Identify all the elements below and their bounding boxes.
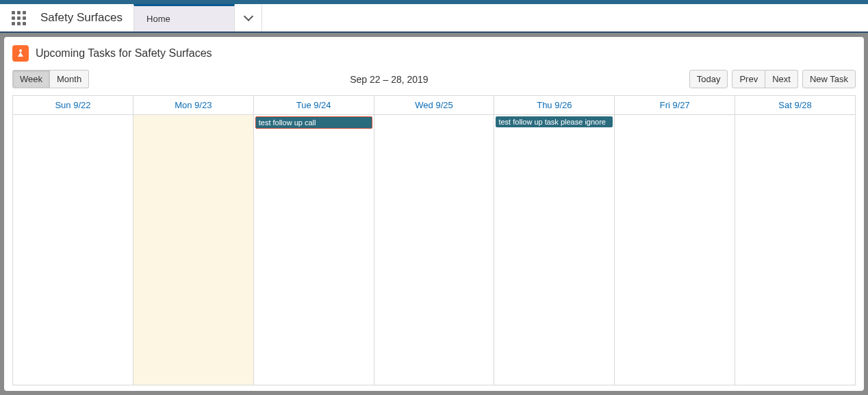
date-range-label: Sep 22 – 28, 2019 — [89, 74, 689, 85]
day-column: Tue 9/24test follow up call — [254, 96, 374, 385]
day-column: Sat 9/28 — [735, 96, 855, 385]
app-launcher[interactable] — [0, 4, 38, 31]
prev-button[interactable]: Prev — [732, 70, 765, 88]
day-body[interactable] — [735, 115, 855, 385]
day-header: Mon 9/23 — [133, 96, 253, 115]
tab-bar: Home — [133, 4, 262, 31]
day-header: Sat 9/28 — [735, 96, 855, 115]
today-button[interactable]: Today — [689, 70, 728, 88]
nav-buttons: Prev Next — [732, 70, 797, 88]
day-body[interactable]: test follow up task please ignore — [494, 115, 614, 385]
day-column: Thu 9/26test follow up task please ignor… — [494, 96, 615, 385]
calendar-event[interactable]: test follow up call — [255, 116, 372, 129]
svg-point-0 — [19, 49, 22, 52]
day-body[interactable] — [13, 115, 133, 385]
tasks-icon — [12, 45, 29, 62]
day-body[interactable]: test follow up call — [254, 115, 374, 385]
card-header: Upcoming Tasks for Safety Surfaces — [12, 45, 856, 62]
day-body[interactable] — [374, 115, 494, 385]
next-button[interactable]: Next — [765, 70, 798, 88]
day-header: Thu 9/26 — [494, 96, 614, 115]
app-launcher-icon — [12, 11, 26, 25]
day-header: Wed 9/25 — [374, 96, 494, 115]
calendar-grid: Sun 9/22Mon 9/23Tue 9/24test follow up c… — [12, 95, 856, 385]
chevron-down-icon — [243, 12, 253, 21]
day-column: Wed 9/25 — [374, 96, 495, 385]
view-toggle: Week Month — [12, 70, 89, 88]
day-header: Sun 9/22 — [13, 96, 133, 115]
day-column: Mon 9/23 — [133, 96, 254, 385]
day-header: Tue 9/24 — [254, 96, 374, 115]
day-body[interactable] — [133, 115, 253, 385]
upcoming-tasks-card: Upcoming Tasks for Safety Surfaces Week … — [4, 37, 864, 391]
topbar: Safety Surfaces Home — [0, 4, 868, 33]
day-column: Fri 9/27 — [615, 96, 735, 385]
view-month-button[interactable]: Month — [50, 70, 89, 88]
content-frame: Upcoming Tasks for Safety Surfaces Week … — [0, 33, 868, 395]
day-column: Sun 9/22 — [13, 96, 133, 385]
tab-home[interactable]: Home — [133, 4, 235, 31]
day-body[interactable] — [615, 115, 735, 385]
card-title: Upcoming Tasks for Safety Surfaces — [36, 47, 212, 60]
calendar-toolbar: Week Month Sep 22 – 28, 2019 Today Prev … — [12, 70, 856, 88]
app-name: Safety Surfaces — [38, 4, 133, 31]
tab-dropdown[interactable] — [235, 4, 262, 31]
calendar-event[interactable]: test follow up task please ignore — [496, 116, 613, 127]
day-header: Fri 9/27 — [615, 96, 735, 115]
new-task-button[interactable]: New Task — [802, 70, 856, 88]
view-week-button[interactable]: Week — [12, 70, 50, 88]
